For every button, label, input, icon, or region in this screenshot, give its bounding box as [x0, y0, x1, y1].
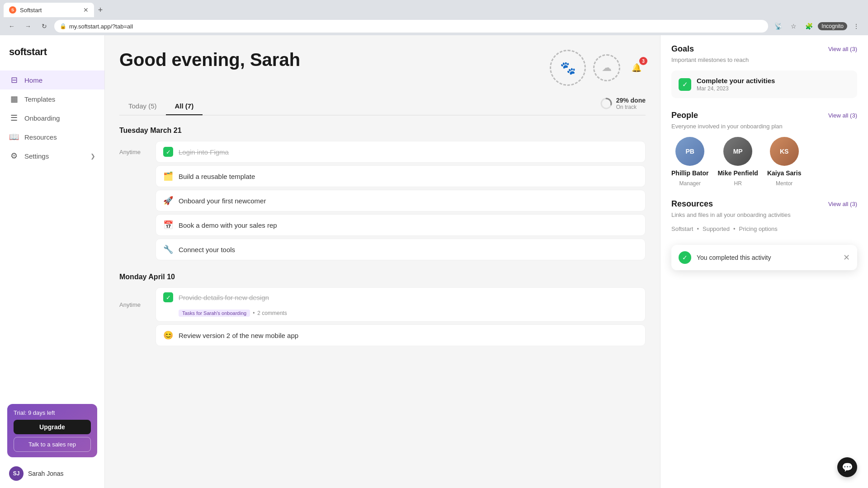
goal-info: Complete your activities Mar 24, 2023	[697, 77, 775, 92]
back-button[interactable]: ←	[5, 20, 18, 33]
reload-button[interactable]: ↻	[38, 20, 51, 33]
sidebar-item-settings[interactable]: ⚙ Settings ❯	[0, 146, 104, 165]
person-avatar-mike: MP	[723, 137, 752, 166]
people-title: People	[671, 111, 698, 120]
talk-to-sales-button[interactable]: Talk to a sales rep	[14, 437, 91, 452]
task-card-onboard-newcomer[interactable]: 🚀 Onboard your first newcomer	[156, 190, 646, 211]
person-card-mike[interactable]: MP Mike Penfield HR	[717, 137, 758, 187]
browser-actions: 📡 ☆ 🧩 Incognito ⋮	[772, 20, 863, 33]
task-list-monday: Anytime ✓ Provide details for new design…	[119, 287, 646, 346]
forward-button[interactable]: →	[22, 20, 34, 33]
resource-col-1: Softstart	[671, 225, 693, 232]
goals-section: Goals View all (3) Important milestones …	[671, 44, 857, 98]
sidebar-user: SJ Sarah Jonas	[7, 462, 97, 481]
notification-badge: 3	[639, 57, 647, 65]
sidebar-item-home[interactable]: ⊟ Home	[0, 70, 104, 89]
sidebar-item-resources[interactable]: 📖 Resources	[0, 127, 104, 146]
bookmark-button[interactable]: ☆	[787, 20, 800, 33]
logo-text: softstart	[9, 46, 47, 57]
goals-subtitle: Important milestones to reach	[671, 56, 857, 63]
goals-header: Goals View all (3)	[671, 44, 857, 54]
extension-button[interactable]: 🧩	[802, 20, 815, 33]
people-section: People View all (3) Everyone involved in…	[671, 111, 857, 187]
task-check-icon: ✓	[163, 147, 173, 157]
date-label-tuesday: Tuesday March 21	[119, 127, 646, 135]
people-header: People View all (3)	[671, 111, 857, 120]
resources-header: Resources View all (3)	[671, 199, 857, 209]
sidebar-label-resources: Resources	[24, 133, 57, 141]
resources-columns: Softstart • Supported • Pricing options	[671, 225, 857, 232]
browser-chrome: S Softstart ✕ + ← → ↻ 🔒 my.softstart.app…	[0, 0, 868, 35]
resources-section: Resources View all (3) Links and files i…	[671, 199, 857, 232]
task-card-build-template[interactable]: 🗂️ Build a reusable template	[156, 165, 646, 187]
browser-tab[interactable]: S Softstart ✕	[4, 3, 94, 17]
task-card-review-app[interactable]: 😊 Review version 2 of the new mobile app	[156, 324, 646, 346]
templates-icon: ▦	[9, 94, 19, 104]
trial-banner: Trial: 9 days left Upgrade Talk to a sal…	[7, 404, 97, 457]
tab-all[interactable]: All (7)	[166, 98, 203, 115]
view-all-goals-link[interactable]: View all (3)	[828, 46, 857, 52]
task-card-book-demo[interactable]: 📅 Book a demo with your sales rep	[156, 214, 646, 236]
task-text: Login into Figma	[179, 148, 229, 156]
goals-title: Goals	[671, 44, 694, 54]
tab-close-button[interactable]: ✕	[83, 6, 89, 14]
chat-button[interactable]: 💬	[837, 457, 857, 477]
browser-tab-bar: S Softstart ✕ +	[0, 0, 868, 17]
task-row: 😊 Review version 2 of the new mobile app	[119, 324, 646, 346]
task-emoji-icon: 📅	[163, 220, 173, 230]
settings-chevron-icon: ❯	[90, 153, 95, 160]
task-card-connect-tools[interactable]: 🔧 Connect your tools	[156, 239, 646, 260]
person-card-kaiya[interactable]: KS Kaiya Saris Mentor	[767, 137, 802, 187]
menu-button[interactable]: ⋮	[850, 20, 863, 33]
person-name-kaiya: Kaiya Saris	[767, 169, 802, 177]
task-section-monday: Monday April 10 Anytime ✓ Provide detail…	[119, 273, 646, 346]
task-meta: Tasks for Sarah's onboarding • 2 comment…	[179, 310, 287, 317]
task-card-login-figma[interactable]: ✓ Login into Figma	[156, 141, 646, 163]
progress-ring-icon	[600, 97, 613, 110]
tab-favicon: S	[9, 6, 16, 14]
resources-subtitle: Links and files in all your onboarding a…	[671, 211, 857, 218]
task-emoji-icon: 😊	[163, 330, 173, 340]
task-row: 🚀 Onboard your first newcomer	[119, 190, 646, 211]
resource-col-3: Pricing options	[739, 225, 778, 232]
header-decoration: 🐾 ☁	[550, 50, 620, 86]
people-grid: PB Phillip Bator Manager MP Mike Penfiel…	[671, 137, 857, 187]
toast-notification: ✓ You completed this activity ✕	[671, 245, 857, 270]
date-label-monday: Monday April 10	[119, 273, 646, 281]
person-role-phillip: Manager	[679, 180, 701, 187]
sidebar-label-home: Home	[24, 76, 42, 84]
person-name-mike: Mike Penfield	[717, 169, 758, 177]
sidebar-item-onboarding[interactable]: ☰ Onboarding	[0, 108, 104, 127]
user-name: Sarah Jonas	[28, 470, 64, 477]
notification-button[interactable]: 🔔 3	[627, 59, 646, 77]
task-comments-count: 2 comments	[257, 310, 287, 316]
sidebar-item-templates[interactable]: ▦ Templates	[0, 89, 104, 108]
url-bar[interactable]: 🔒 my.softstart.app/?tab=all	[54, 20, 768, 33]
task-comments: •	[253, 310, 255, 316]
tab-today[interactable]: Today (5)	[119, 98, 166, 115]
task-check-icon: ✓	[163, 292, 173, 302]
goal-date: Mar 24, 2023	[697, 85, 775, 92]
person-card-phillip[interactable]: PB Phillip Bator Manager	[671, 137, 708, 187]
task-time: Anytime	[119, 149, 156, 155]
person-name-phillip: Phillip Bator	[671, 169, 708, 177]
task-card-provide-details[interactable]: ✓ Provide details for new design Tasks f…	[156, 287, 646, 322]
sidebar-logo: softstart	[0, 35, 104, 67]
deco-circle-1: 🐾	[550, 50, 586, 86]
person-avatar-phillip: PB	[675, 137, 704, 166]
new-tab-button[interactable]: +	[94, 4, 107, 16]
view-all-resources-link[interactable]: View all (3)	[828, 201, 857, 207]
toast-close-button[interactable]: ✕	[843, 253, 850, 263]
upgrade-button[interactable]: Upgrade	[14, 420, 91, 434]
right-panel: Goals View all (3) Important milestones …	[660, 35, 868, 488]
task-row: 🔧 Connect your tools	[119, 239, 646, 260]
cast-button[interactable]: 📡	[772, 20, 784, 33]
toast-message: You completed this activity	[697, 254, 838, 261]
view-all-people-link[interactable]: View all (3)	[828, 112, 857, 119]
sidebar-bottom: Trial: 9 days left Upgrade Talk to a sal…	[0, 397, 104, 488]
task-row: Anytime ✓ Login into Figma	[119, 141, 646, 163]
progress-indicator: 29% done On track	[600, 97, 646, 115]
sidebar: softstart ⊟ Home ▦ Templates ☰ Onboardin…	[0, 35, 105, 488]
task-meta-tag: Tasks for Sarah's onboarding	[179, 310, 250, 317]
incognito-label: Incognito	[821, 23, 844, 29]
